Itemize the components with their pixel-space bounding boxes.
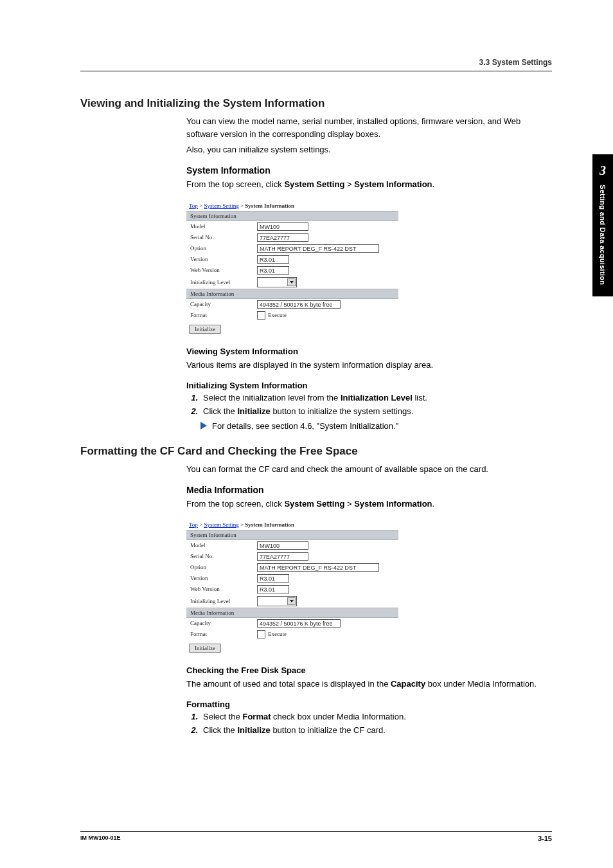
sec2-title: Formatting the CF Card and Checking the …	[80, 445, 552, 458]
lbl-model: Model	[190, 542, 257, 548]
sec1-title: Viewing and Initializing the System Info…	[80, 97, 552, 110]
lbl-webver: Web Version	[190, 267, 257, 273]
btn-initialize[interactable]: Initialize	[189, 644, 221, 653]
footer-page-number: 3-15	[538, 835, 552, 842]
sec2-intro: You can format the CF card and check the…	[186, 463, 552, 476]
breadcrumb: Top > System Setting > System Informatio…	[186, 201, 398, 211]
fld-model: MW100	[257, 222, 308, 231]
fld-capacity: 494352 / 500176 K byte free	[257, 619, 341, 628]
sec1-step1: Select the initialization level from the…	[200, 393, 552, 402]
sec2-step2: Click the Initialize button to initializ…	[200, 725, 552, 735]
breadcrumb: Top > System Setting > System Informatio…	[186, 520, 398, 530]
t: Click the	[203, 406, 237, 416]
bar-system-information: System Information	[186, 530, 398, 540]
t: Capacity	[391, 679, 425, 689]
crumb-syssetting[interactable]: System Setting	[204, 203, 238, 209]
t: button to initialize the system settings…	[271, 406, 414, 416]
t: list.	[413, 393, 427, 402]
t: Initialization Level	[341, 393, 413, 402]
chk-format-label: Execute	[268, 312, 287, 318]
page-footer: IM MW100-01E 3-15	[80, 831, 552, 842]
t: Initialize	[237, 725, 270, 735]
fld-webver: R3.01	[257, 585, 289, 593]
lbl-version: Version	[190, 575, 257, 581]
lbl-format: Format	[190, 631, 257, 637]
t: check box under Media Information.	[271, 712, 406, 721]
fld-version: R3.01	[257, 574, 289, 583]
header-section: 3.3 System Settings	[80, 58, 552, 67]
t: System Setting	[284, 499, 344, 509]
sec1-steps: Select the initialization level from the…	[186, 393, 552, 416]
chapter-number: 3	[592, 163, 613, 178]
chapter-label: Setting and Data acquisition	[599, 185, 607, 285]
lbl-capacity: Capacity	[190, 301, 257, 307]
lbl-initlvl: Initializing Level	[190, 598, 257, 604]
t: Click the	[203, 725, 237, 735]
screenshot-mediainfo: Top > System Setting > System Informatio…	[186, 520, 398, 656]
sec1-h-init: Initializing System Information	[186, 381, 552, 390]
lbl-serial: Serial No.	[190, 234, 257, 240]
t: The amount of used and total space is di…	[186, 679, 391, 689]
header-rule	[80, 71, 552, 71]
sec2-step1: Select the Format check box under Media …	[200, 712, 552, 721]
t: box under Media Information.	[425, 679, 537, 689]
crumb-top[interactable]: Top	[189, 203, 198, 209]
txt: .	[432, 179, 435, 189]
sec1-step2: Click the Initialize button to initializ…	[200, 406, 552, 416]
crumb-top[interactable]: Top	[189, 521, 198, 528]
chk-format-label: Execute	[268, 631, 287, 637]
btn-initialize[interactable]: Initialize	[189, 325, 221, 334]
lbl-serial: Serial No.	[190, 553, 257, 559]
t: button to initialize the CF card.	[271, 725, 386, 735]
fld-serial: 77EA27777	[257, 233, 308, 242]
lbl-option: Option	[190, 564, 257, 570]
sec2-steps: Select the Format check box under Media …	[186, 712, 552, 735]
fld-capacity: 494352 / 500176 K byte free	[257, 300, 341, 309]
fld-version: R3.01	[257, 255, 289, 264]
fld-model: MW100	[257, 541, 308, 550]
fld-serial: 77EA27777	[257, 552, 308, 561]
sec2-h-fmt: Formatting	[186, 700, 552, 709]
bar-media-information: Media Information	[186, 289, 398, 299]
sec2-h-media: Media Information	[186, 485, 552, 495]
screenshot-sysinfo: Top > System Setting > System Informatio…	[186, 201, 398, 338]
chk-format[interactable]	[257, 630, 265, 638]
sec1-path: From the top screen, click System Settin…	[186, 178, 552, 191]
fld-option: MATH REPORT DEG_F RS-422 DST	[257, 563, 379, 572]
dd-initlvl[interactable]	[257, 596, 297, 606]
crumb-syssetting[interactable]: System Setting	[204, 521, 238, 528]
t: .	[432, 499, 435, 509]
chk-format[interactable]	[257, 311, 265, 320]
sec2-p-check: The amount of used and total space is di…	[186, 678, 552, 691]
sec1-intro1: You can view the model name, serial numb…	[186, 115, 552, 141]
t: Select the	[203, 712, 242, 721]
sec1-h-view: Viewing System Information	[186, 347, 552, 356]
crumb-sysinfo: System Information	[245, 521, 294, 528]
lbl-model: Model	[190, 223, 257, 230]
t: From the top screen, click	[186, 499, 284, 509]
fld-option: MATH REPORT DEG_F RS-422 DST	[257, 244, 379, 253]
lbl-version: Version	[190, 256, 257, 262]
txt-b: System Information	[354, 179, 432, 189]
dd-initlvl[interactable]	[257, 277, 297, 287]
sec1-p-view: Various items are displayed in the syste…	[186, 359, 552, 372]
sec2-path: From the top screen, click System Settin…	[186, 498, 552, 511]
lbl-initlvl: Initializing Level	[190, 279, 257, 285]
bar-system-information: System Information	[186, 211, 398, 221]
crumb-sysinfo: System Information	[245, 203, 294, 209]
bar-media-information: Media Information	[186, 608, 398, 618]
txt: From the top screen, click	[186, 179, 284, 189]
txt-b: System Setting	[284, 179, 344, 189]
lbl-capacity: Capacity	[190, 620, 257, 626]
t: Format	[242, 712, 271, 721]
fld-webver: R3.01	[257, 266, 289, 275]
txt: >	[344, 179, 354, 189]
sec1-note-text: For details, see section 4.6, "System In…	[212, 421, 398, 431]
t: System Information	[354, 499, 432, 509]
note-arrow-icon	[200, 422, 207, 429]
t: Select the initialization level from the	[203, 393, 341, 402]
sec2-h-check: Checking the Free Disk Space	[186, 665, 552, 675]
lbl-format: Format	[190, 312, 257, 318]
t: Initialize	[237, 406, 270, 416]
chapter-tab: 3 Setting and Data acquisition	[592, 154, 613, 296]
